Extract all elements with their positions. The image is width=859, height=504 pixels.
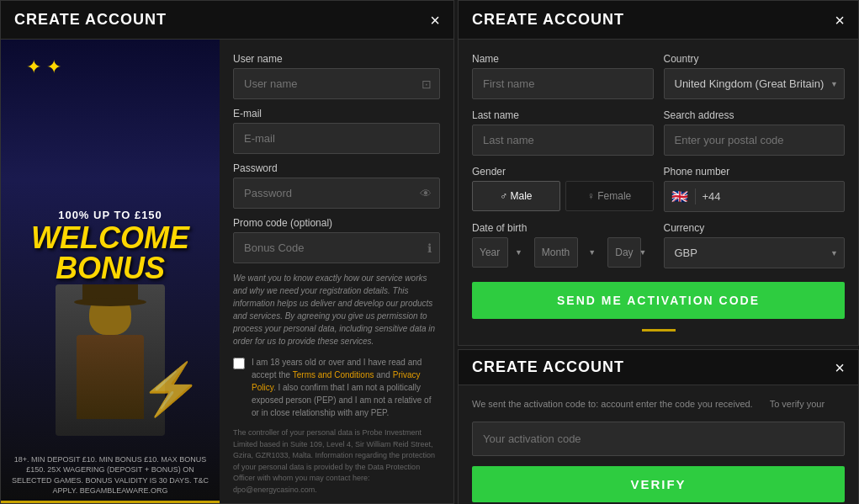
left-modal: CREATE ACCOUNT × ✦ ✦ 100% UP TO £150 WEL…: [0, 0, 454, 504]
banner-welcome-line1: WELCOME: [31, 223, 189, 253]
year-select-wrapper: Year: [472, 237, 529, 268]
terms-text: I am 18 years old or over and I have rea…: [252, 356, 440, 419]
currency-select[interactable]: GBP: [664, 237, 846, 268]
dob-currency-row: Date of birth Year Month: [472, 222, 845, 268]
promo-input[interactable]: [233, 232, 440, 263]
password-label: Password: [233, 162, 440, 174]
phone-code: +44: [696, 182, 728, 211]
left-modal-body: ✦ ✦ 100% UP TO £150 WELCOME BONUS ⚡ 18+.…: [1, 40, 453, 503]
phone-col: Phone number 🇬🇧 +44: [664, 166, 846, 212]
gender-label: Gender: [472, 166, 654, 178]
gender-row: ♂ Male ♀ Female: [472, 181, 654, 211]
last-name-input[interactable]: [472, 125, 654, 156]
year-select[interactable]: Year: [472, 237, 508, 268]
dob-label: Date of birth: [472, 222, 654, 234]
left-modal-header: CREATE ACCOUNT ×: [1, 1, 453, 40]
terms-checkbox[interactable]: [233, 358, 245, 369]
verify-modal-close[interactable]: ×: [835, 359, 845, 376]
address-col: Search address: [664, 109, 846, 156]
password-input[interactable]: [233, 178, 440, 209]
lastname-address-row: Last name Search address: [472, 109, 845, 156]
banner-area: ✦ ✦ 100% UP TO £150 WELCOME BONUS ⚡ 18+.…: [1, 40, 220, 503]
password-input-wrapper: 👁: [233, 178, 440, 209]
phone-flag-icon: 🇬🇧: [665, 188, 696, 204]
country-col: Country United Kingdom (Great Britain): [664, 53, 846, 99]
right-modal-header: CREATE ACCOUNT ×: [459, 1, 858, 40]
last-name-label: Last name: [472, 109, 654, 121]
month-select-wrapper: Month: [534, 237, 602, 268]
name-country-row: Name Country United Kingdom (Great Brita…: [472, 53, 845, 99]
currency-select-wrapper: GBP: [664, 237, 846, 268]
yellow-line-right: [642, 329, 676, 332]
day-select[interactable]: Day: [607, 237, 641, 268]
verify-modal-header: CREATE ACCOUNT ×: [459, 350, 858, 385]
info-icon: ℹ: [427, 241, 432, 255]
banner-bottom-text: 18+. MIN DEPOSIT £10. MIN BONUS £10. MAX…: [1, 454, 220, 496]
lastname-col: Last name: [472, 109, 654, 156]
left-form-area: User name ⊡ E-mail Password 👁 Promo code…: [220, 40, 453, 503]
password-group: Password 👁: [233, 162, 440, 209]
char-body: [77, 335, 144, 419]
verify-info-text: We sent the activation code to: account …: [472, 397, 753, 411]
dob-col: Date of birth Year Month: [472, 222, 654, 268]
left-modal-close[interactable]: ×: [430, 12, 440, 29]
name-col: Name: [472, 53, 654, 99]
username-icon: ⊡: [422, 77, 432, 91]
email-group: E-mail: [233, 108, 440, 154]
privacy-text: We want you to know exactly how our serv…: [233, 272, 440, 347]
month-select[interactable]: Month: [534, 237, 578, 268]
terms-link[interactable]: Terms and Conditions: [293, 370, 374, 379]
day-select-wrapper: Day: [607, 237, 653, 268]
gender-female-button[interactable]: ♀ Female: [565, 181, 654, 211]
currency-col: Currency GBP: [664, 222, 846, 268]
eye-icon[interactable]: 👁: [420, 187, 432, 200]
data-controller-text: The controller of your personal data is …: [233, 427, 440, 496]
banner-percent-text: 100% UP TO £150: [58, 209, 162, 221]
phone-label: Phone number: [664, 166, 846, 178]
search-address-label: Search address: [664, 109, 846, 121]
verify-button[interactable]: VERIFY: [472, 466, 845, 502]
username-group: User name ⊡: [233, 53, 440, 99]
gender-male-button[interactable]: ♂ Male: [472, 181, 560, 211]
verify-modal: CREATE ACCOUNT × We sent the activation …: [458, 349, 859, 504]
postal-input[interactable]: [664, 125, 846, 156]
username-input-wrapper: ⊡: [233, 68, 440, 99]
activation-code-input[interactable]: [472, 422, 845, 456]
verify-info-text2: To verify your: [770, 397, 825, 411]
promo-label: Promo code (optional): [233, 217, 440, 229]
country-label: Country: [664, 53, 846, 65]
first-name-input[interactable]: [472, 68, 654, 99]
verify-body: We sent the activation code to: account …: [459, 385, 858, 504]
banner-welcome-line2: BONUS: [56, 253, 165, 284]
banner-yellow-line: [1, 501, 220, 503]
right-modal-title: CREATE ACCOUNT: [472, 11, 624, 29]
country-select[interactable]: United Kingdom (Great Britain): [664, 68, 846, 99]
right-modal-body: Name Country United Kingdom (Great Brita…: [459, 40, 858, 345]
currency-label: Currency: [664, 222, 846, 234]
country-select-wrapper: United Kingdom (Great Britain): [664, 68, 846, 99]
promo-group: Promo code (optional) ℹ: [233, 217, 440, 263]
stars-decoration: ✦ ✦: [26, 56, 61, 78]
send-activation-button[interactable]: SEND ME ACTIVATION CODE: [472, 282, 845, 319]
gender-col: Gender ♂ Male ♀ Female: [472, 166, 654, 212]
lightning-icon: ⚡: [140, 359, 203, 419]
username-input[interactable]: [233, 68, 440, 99]
verify-info-row: We sent the activation code to: account …: [472, 397, 845, 411]
email-label: E-mail: [233, 108, 440, 119]
char-hat: [82, 284, 138, 301]
name-label: Name: [472, 53, 654, 65]
right-modal-close[interactable]: ×: [835, 12, 845, 29]
promo-input-wrapper: ℹ: [233, 232, 440, 263]
left-modal-title: CREATE ACCOUNT: [14, 11, 167, 29]
username-label: User name: [233, 53, 440, 65]
terms-section: I am 18 years old or over and I have rea…: [233, 356, 440, 419]
email-input[interactable]: [233, 123, 440, 154]
phone-input-wrapper: 🇬🇧 +44: [664, 181, 846, 212]
right-modal: CREATE ACCOUNT × Name Country United Kin…: [458, 0, 859, 346]
right-container: CREATE ACCOUNT × Name Country United Kin…: [458, 0, 859, 504]
char-head: [89, 293, 131, 335]
gender-phone-row: Gender ♂ Male ♀ Female Phone number 🇬🇧 +…: [472, 166, 845, 212]
dob-row: Year Month Day: [472, 237, 654, 268]
verify-modal-title: CREATE ACCOUNT: [472, 358, 624, 376]
